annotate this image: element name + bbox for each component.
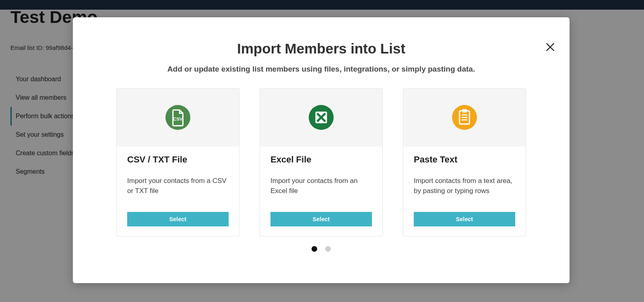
- import-card-excel: Excel File Import your contacts from an …: [260, 88, 383, 236]
- excel-file-icon: [260, 88, 382, 146]
- svg-text:CSV: CSV: [173, 117, 183, 121]
- import-members-modal: Import Members into List Add or update e…: [73, 17, 570, 283]
- import-card-csv: CSV CSV / TXT File Import your contacts …: [116, 88, 239, 236]
- import-option-cards: CSV CSV / TXT File Import your contacts …: [73, 88, 570, 236]
- pager-dot-1[interactable]: [312, 246, 317, 252]
- card-description: Import contacts from a text area, by pas…: [414, 176, 515, 196]
- paste-text-icon: [403, 88, 526, 146]
- card-title: Excel File: [270, 154, 372, 165]
- select-excel-button[interactable]: Select: [270, 212, 372, 226]
- close-icon: [545, 42, 555, 54]
- card-description: Import your contacts from an Excel file: [270, 176, 372, 196]
- import-card-paste: Paste Text Import contacts from a text a…: [403, 88, 526, 236]
- card-pager: [73, 246, 570, 252]
- modal-title: Import Members into List: [73, 41, 570, 57]
- pager-dot-2[interactable]: [325, 246, 331, 252]
- select-csv-button[interactable]: Select: [127, 212, 229, 226]
- svg-rect-8: [462, 109, 467, 112]
- card-description: Import your contacts from a CSV or TXT f…: [127, 176, 229, 196]
- csv-file-icon: CSV: [117, 88, 239, 146]
- card-title: CSV / TXT File: [127, 154, 229, 165]
- modal-close-button[interactable]: [542, 40, 558, 56]
- modal-subtitle: Add or update existing list members usin…: [73, 65, 570, 74]
- card-title: Paste Text: [414, 154, 515, 165]
- select-paste-button[interactable]: Select: [414, 212, 515, 226]
